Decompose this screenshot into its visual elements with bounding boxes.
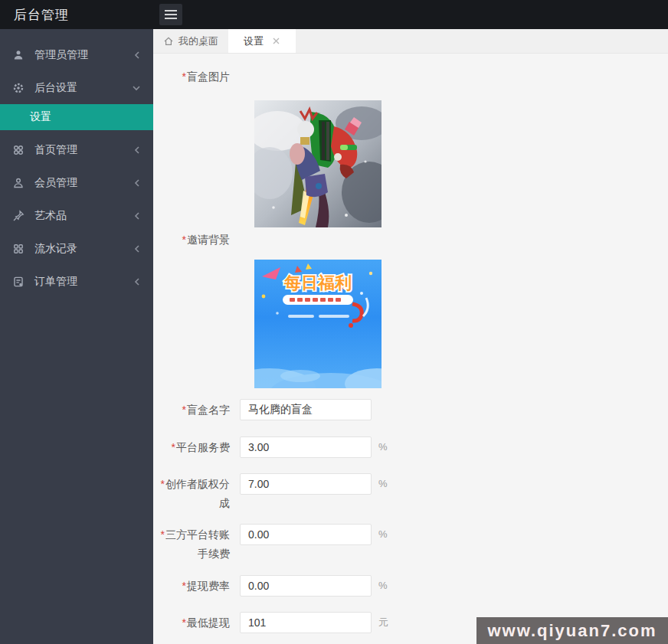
sidebar-item-label: 首页管理 <box>34 143 77 157</box>
orders-doc-icon <box>12 276 25 288</box>
main-content: 我的桌面 设置 *盲盒图片 <box>153 29 668 644</box>
unit-label: 元 <box>378 612 388 633</box>
unit-label: % <box>378 575 388 597</box>
chevron-left-icon <box>133 51 141 60</box>
sidebar-subitem-settings-active[interactable]: 设置 <box>0 104 153 130</box>
sidebar-item-label: 会员管理 <box>34 176 77 190</box>
tab-label: 设置 <box>244 34 264 48</box>
field-row-withdraw-rate: *提现费率 % <box>153 575 388 597</box>
platform-fee-input[interactable] <box>240 436 372 458</box>
close-icon[interactable] <box>272 37 280 45</box>
topbar: 后台管理 <box>0 0 668 29</box>
watermark-text: www.qiyuan7.com <box>487 621 657 641</box>
chevron-left-icon <box>133 277 141 286</box>
sidebar-item-admin-management[interactable]: 管理员管理 <box>0 38 153 71</box>
field-row-min-withdraw: *最低提现 元 <box>153 612 388 633</box>
field-label: *平台服务费 <box>153 436 230 457</box>
invite-background-upload[interactable]: 每日福利 <box>254 260 381 388</box>
sidebar-item-label: 后台设置 <box>34 81 77 95</box>
withdraw-rate-input[interactable] <box>240 575 372 597</box>
poster-title: 每日福利 <box>283 273 352 293</box>
sidebar-item-artworks[interactable]: 艺术品 <box>0 199 153 232</box>
artwork-pin-icon <box>12 210 25 222</box>
unit-label: % <box>378 473 388 495</box>
sidebar-item-transaction-records[interactable]: 流水记录 <box>0 232 153 265</box>
field-row-thirdparty-transfer-fee: *三方平台转账手续费 % <box>153 524 388 564</box>
sidebar-item-label: 流水记录 <box>34 242 77 256</box>
field-row-blindbox-name: *盲盒名字 <box>153 399 372 420</box>
sidebar: 管理员管理 后台设置 设置 首页管理 <box>0 29 153 644</box>
blindbox-image-upload[interactable] <box>254 100 381 227</box>
chevron-down-icon <box>132 84 141 92</box>
app-title: 后台管理 <box>14 6 69 24</box>
sidebar-item-label: 艺术品 <box>34 209 67 223</box>
field-label: *三方平台转账手续费 <box>153 524 230 564</box>
required-asterisk: * <box>182 234 186 246</box>
tab-my-desktop[interactable]: 我的桌面 <box>153 29 228 53</box>
tab-settings[interactable]: 设置 <box>228 29 296 53</box>
sidebar-item-label: 订单管理 <box>34 275 77 289</box>
gear-icon <box>12 82 25 94</box>
sidebar-item-backend-settings[interactable]: 后台设置 <box>0 71 153 104</box>
blindbox-image <box>254 100 381 227</box>
field-row-creator-royalty: *创作者版权分成 % <box>153 473 388 513</box>
unit-label: % <box>378 436 388 458</box>
min-withdraw-input[interactable] <box>240 612 372 633</box>
tab-bar: 我的桌面 设置 <box>153 29 668 54</box>
invite-background-image: 每日福利 <box>254 260 381 388</box>
member-user-icon <box>12 177 25 189</box>
sidebar-subitem-label: 设置 <box>30 110 51 124</box>
sidebar-item-order-management[interactable]: 订单管理 <box>0 265 153 298</box>
hamburger-icon[interactable] <box>159 4 182 25</box>
sidebar-item-member-management[interactable]: 会员管理 <box>0 166 153 199</box>
chevron-left-icon <box>133 244 141 253</box>
homepage-grid-icon <box>12 144 25 156</box>
chevron-left-icon <box>133 178 141 188</box>
sidebar-item-label: 管理员管理 <box>34 48 88 62</box>
settings-form: *盲盒图片 <box>153 54 668 644</box>
sidebar-item-homepage-management[interactable]: 首页管理 <box>0 133 153 166</box>
admin-page: 后台管理 管理员管理 后台设置 设置 <box>0 0 668 644</box>
chevron-left-icon <box>133 211 141 221</box>
field-label-blindbox-image: *盲盒图片 <box>153 71 230 83</box>
admin-user-icon <box>12 49 25 61</box>
chevron-left-icon <box>133 145 141 155</box>
unit-label: % <box>378 524 388 545</box>
records-grid-icon <box>12 243 25 255</box>
field-label: *提现费率 <box>153 575 230 596</box>
watermark: www.qiyuan7.com <box>476 617 668 644</box>
tab-label: 我的桌面 <box>178 34 218 48</box>
required-asterisk: * <box>182 70 186 83</box>
thirdparty-transfer-fee-input[interactable] <box>240 524 372 545</box>
field-label: *盲盒名字 <box>153 399 230 420</box>
home-icon <box>163 36 174 47</box>
field-label: *创作者版权分成 <box>153 473 230 513</box>
field-label: *最低提现 <box>153 612 230 633</box>
blindbox-name-input[interactable] <box>240 399 372 420</box>
creator-royalty-input[interactable] <box>240 473 372 495</box>
field-row-platform-fee: *平台服务费 % <box>153 436 388 458</box>
field-label-invite-background: *邀请背景 <box>153 234 230 246</box>
